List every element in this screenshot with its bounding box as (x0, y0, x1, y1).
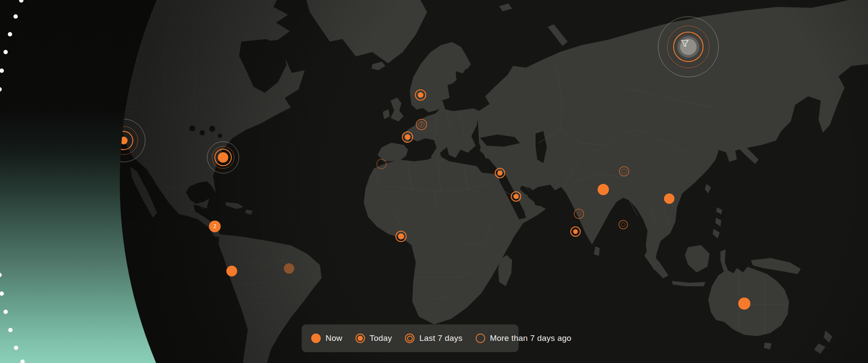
decor-dot-4 (0, 69, 4, 73)
world-map: 22 (120, 0, 868, 363)
legend-item-last-7-days: Last 7 days (405, 334, 462, 343)
marker-dot-icon (405, 134, 411, 140)
legend-double-ring-icon (405, 334, 414, 343)
decor-dot-9 (8, 328, 13, 332)
marker-count-badge: 2 (420, 122, 423, 127)
map-disc: 22 (120, 0, 868, 363)
legend-label-now: Now (326, 334, 342, 343)
legend-today-dot-ring-icon (355, 334, 365, 343)
marker-dot-icon (418, 92, 424, 98)
decor-dot-6 (0, 273, 2, 277)
map-marker-layer: 22 (120, 0, 868, 363)
marker-dot-icon (513, 194, 519, 199)
decor-dot-0 (19, 0, 23, 3)
map-dashboard-page: { "colors":{ "accent":"#f57b2b", "land":… (0, 0, 868, 363)
marker-pulse-ring-icon (120, 119, 145, 162)
decor-dot-1 (13, 14, 18, 19)
marker-dot-icon (398, 233, 404, 239)
decor-dot-11 (20, 360, 25, 363)
marker-dot-dim-icon (284, 263, 294, 274)
legend-now-dot-icon (311, 334, 321, 343)
decor-dot-5 (0, 87, 2, 92)
decor-dot-10 (14, 346, 18, 350)
marker-inner-ring-icon (621, 222, 625, 227)
marker-dot-icon (738, 298, 750, 310)
marker-dot-icon (227, 266, 237, 277)
legend-item-today: Today (355, 334, 392, 343)
legend-ring-icon (476, 334, 485, 343)
filter-funnel-icon (680, 39, 690, 48)
marker-faded-ring-icon (376, 159, 387, 169)
marker-inner-ring-icon (577, 212, 581, 216)
marker-dot-icon (573, 229, 578, 234)
marker-pulse-ring-icon (207, 141, 239, 173)
marker-inner-ring-icon (621, 169, 627, 174)
legend-item-older: More than 7 days ago (476, 334, 572, 343)
marker-dot-icon (664, 193, 674, 204)
map-legend: Now Today Last 7 days More than 7 days a… (302, 324, 519, 352)
marker-dot-icon (598, 184, 609, 195)
decor-dot-2 (8, 32, 12, 36)
decor-dot-7 (0, 291, 4, 296)
legend-item-now: Now (311, 334, 342, 343)
marker-count-badge: 2 (214, 224, 217, 229)
marker-dot-icon (497, 170, 503, 176)
legend-label-today: Today (370, 334, 392, 343)
legend-label-older: More than 7 days ago (490, 334, 572, 343)
decor-dot-8 (3, 310, 8, 314)
decor-dot-3 (3, 50, 8, 54)
filter-button[interactable] (680, 39, 697, 55)
legend-label-last-7-days: Last 7 days (419, 334, 462, 343)
